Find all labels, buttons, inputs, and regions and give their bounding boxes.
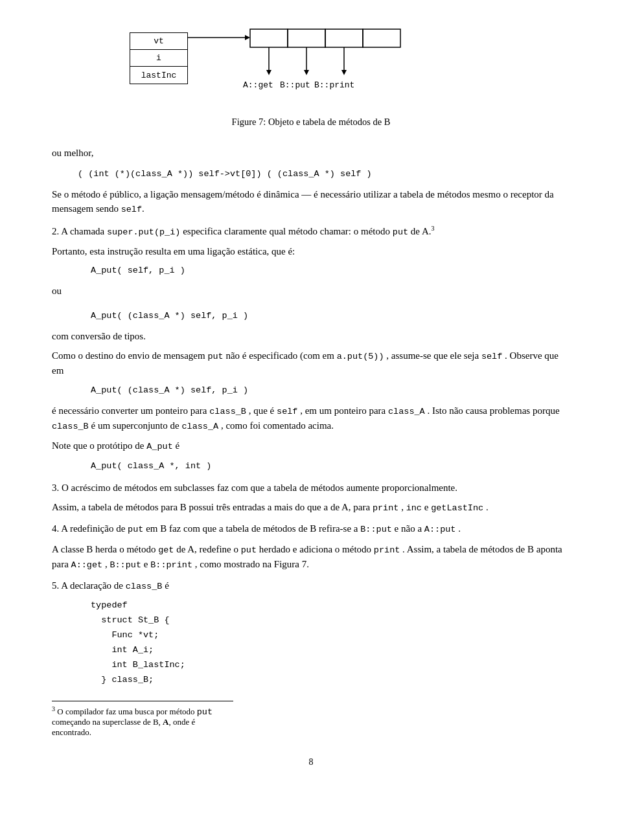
item2-code-block4: A_put( class_A *, int ) (91, 459, 570, 474)
item3-block: 3. O acréscimo de métodos em subclasses … (52, 481, 570, 516)
footnote3-text-before: O compilador faz uma busca por método (57, 707, 194, 716)
item5-code-block: typedef struct St_B { Func *vt; int A_i;… (91, 598, 570, 688)
item4-para2-text6: e (144, 559, 148, 569)
item4-para2-code3: print (374, 545, 400, 555)
item5-code-line-4: int A_i; (91, 643, 570, 658)
footnote3-bold1: A (163, 717, 168, 727)
item2-para3-code2: a.put(5)) (337, 352, 384, 361)
item3-para2-code3: getLastInc (431, 503, 483, 513)
item4-intro-text2: em B faz com que a tabela de métodos de … (146, 523, 358, 534)
item5-code-line-1: typedef (91, 598, 570, 613)
item2-para4-code5: class_A (181, 422, 218, 431)
item4-para2-code5: B::put (109, 560, 141, 570)
page-content: vt i lastInc (52, 26, 570, 767)
item2-para4-code4: class_B (52, 422, 89, 431)
svg-rect-5 (363, 29, 400, 47)
figure-caption: Figure 7: Objeto e tabela de métodos de … (232, 117, 391, 128)
item2-para4-text3: , em um ponteiro para (300, 405, 386, 416)
para1-period: . (142, 203, 144, 214)
item2-para5-text2: é (176, 440, 180, 451)
item2-intro-line: 2. A chamada super.put(p_i) especifica c… (52, 223, 570, 239)
svg-marker-7 (266, 70, 271, 75)
item2-para4-text1: é necessário converter um ponteiro para (52, 405, 207, 416)
item4-para2-text3: herdado e adiciona o método (259, 544, 371, 554)
item2-para3-text3: , assume-se que ele seja (386, 350, 479, 361)
item4-para2-code6: B::print (150, 560, 192, 570)
item4-para2-code1: get (158, 545, 174, 555)
item5-code-line-5: int B_lastInc; (91, 658, 570, 673)
item4-intro-text3: e não a (395, 523, 422, 534)
item3-para2-text: Assim, a tabela de métodos para B possui… (52, 500, 570, 515)
item4-para2-text2: de A, redefine o (176, 544, 238, 554)
item5-intro-text1: A declaração de (61, 580, 123, 591)
intro-code: ( (int (*)(class_A *)) self->vt[0]) ( (c… (78, 169, 372, 179)
item2-block: 2. A chamada super.put(p_i) especifica c… (52, 223, 570, 474)
item5-num: 5. (52, 580, 59, 591)
item3-intro-body: O acréscimo de métodos em subclasses faz… (62, 482, 457, 493)
item2-para5-text1: Note que o protótipo de (52, 440, 144, 451)
footnote3-text-rest: começando na superclasse de B, A, onde é… (52, 717, 195, 737)
intro-code-line: ( (int (*)(class_A *)) self->vt[0]) ( (c… (78, 166, 570, 181)
item2-para4-text2: , que é (249, 405, 275, 416)
item2-para2-text: Portanto, esta instrução resulta em uma … (52, 244, 570, 259)
para1-self: self (121, 205, 142, 214)
ou-label-text: ou (52, 284, 62, 299)
item5-intro-line: 5. A declaração de class_B é (52, 578, 570, 593)
item5-intro-text2: é (165, 580, 169, 591)
item2-code1: super.put(p_i) (107, 227, 180, 237)
item2-footnote-sup: 3 (432, 225, 435, 232)
item4-para2-text7: , como mostrado na Figura 7. (195, 559, 309, 569)
svg-marker-1 (245, 35, 250, 40)
item2-code-block2: A_put( (class_A *) self, p_i ) (91, 309, 570, 324)
para1-text: Se o método é público, a ligação mensage… (52, 187, 570, 217)
item4-para2-text1: A classe B herda o método (52, 544, 156, 554)
item2-para4-text4: . Isto não causa problemas porque (427, 405, 559, 416)
item2-code-block1: A_put( self, p_i ) (91, 264, 570, 278)
item3-para2-code2: inc (406, 503, 422, 513)
svg-text:B::put: B::put (280, 80, 310, 90)
item2-para5-text: Note que o protótipo de A_put é (52, 438, 570, 453)
item3-para2-text1: Assim, a tabela de métodos para B possui… (52, 502, 370, 512)
item4-intro-text4: . (458, 523, 461, 534)
item2-para4-text6: , como foi comentado acima. (221, 420, 334, 431)
item5-code-line-6: } class_B; (91, 673, 570, 688)
svg-rect-4 (325, 29, 363, 47)
item4-para2-code2: put (241, 545, 257, 555)
diagram-svg: A::get B::put B::print (130, 26, 492, 104)
item4-para2-code4: A::get (71, 560, 103, 570)
item4-intro-code1: put (128, 525, 143, 534)
item2-num: 2. (52, 226, 59, 236)
item5-code1: class_B (126, 582, 163, 591)
item3-para2-text3: e (424, 502, 429, 512)
item2-conv-text: com conversão de tipos. (52, 329, 570, 344)
item2-para3-code3: self (481, 352, 502, 361)
footnote3-code: put (197, 707, 213, 717)
footnote-section: 3 O compilador faz uma busca por método … (52, 701, 233, 738)
svg-text:B::print: B::print (314, 80, 354, 90)
item2-para3-text: Como o destino do envio de mensagem put … (52, 348, 570, 378)
page-number: 8 (52, 757, 570, 767)
diagram: vt i lastInc (130, 26, 492, 104)
item5-code-line-3: Func *vt; (91, 628, 570, 643)
item2-para3-text1: Como o destino do envio de mensagem (52, 350, 205, 361)
item4-num: 4. (52, 523, 59, 534)
item4-intro-text1: A redefinição de (61, 523, 125, 534)
item2-code-block3: A_put( (class_A *) self, p_i ) (91, 383, 570, 398)
ou-melhor-block: ou melhor, ( (int (*)(class_A *)) self->… (52, 146, 570, 181)
item3-num: 3. (52, 482, 59, 493)
footnote3-num: 3 (52, 705, 55, 712)
item2-intro-text: A chamada super.put(p_i) especifica clar… (61, 226, 434, 236)
item2-para4-code2: self (277, 407, 297, 416)
item2-para4-code1: class_B (209, 407, 246, 416)
footnote3-text: 3 O compilador faz uma busca por método … (52, 705, 233, 738)
item2-code2: put (393, 227, 408, 237)
item2-para5-code1: A_put (146, 442, 173, 451)
item3-intro-line: 3. O acréscimo de métodos em subclasses … (52, 481, 570, 495)
svg-rect-2 (250, 29, 288, 47)
para1-block: Se o método é público, a ligação mensage… (52, 187, 570, 217)
item3-para2-text4: . (486, 502, 489, 512)
item2-para4-text: é necessário converter um ponteiro para … (52, 403, 570, 434)
item4-intro-code2: B::put (360, 525, 392, 534)
item4-para2-text5: , (105, 559, 108, 569)
item5-block: 5. A declaração de class_B é typedef str… (52, 578, 570, 688)
